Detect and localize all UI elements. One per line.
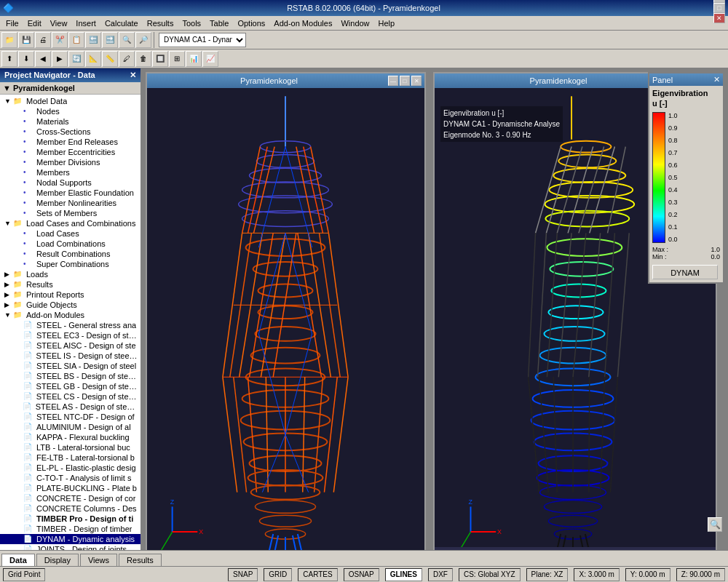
tree-item-10[interactable]: •Member Nonlinearities [0,198,141,208]
tree-item-30[interactable]: 📄STEEL AS - Design of steel m [0,402,141,412]
tree-item-6[interactable]: •Member Divisions [0,157,141,167]
toolbar2-btn-1[interactable]: ⬇ [18,51,34,67]
tree-item-20[interactable]: ▶📁Guide Objects [0,300,141,310]
tree-item-16[interactable]: •Super Combinations [0,259,141,269]
tree-item-25[interactable]: 📄STEEL IS - Design of steel m [0,351,141,361]
tree-item-31[interactable]: 📄STEEL NTC-DF - Design of [0,412,141,422]
view1-close[interactable]: ✕ [411,76,422,86]
tree-item-36[interactable]: 📄EL-PL - Elastic-plastic desig [0,463,141,473]
tree-item-19[interactable]: ▶📁Printout Reports [0,290,141,300]
navigator-close-icon[interactable]: ✕ [130,71,136,80]
tree-item-42[interactable]: 📄TIMBER - Design of timber [0,524,141,534]
toolbar-btn-5[interactable]: 🔙 [85,32,101,48]
status-dxf[interactable]: DXF [428,568,453,581]
status-cartes[interactable]: CARTES [298,568,337,581]
tree-item-11[interactable]: •Sets of Members [0,208,141,218]
menu-item-file[interactable]: File [1,17,23,29]
tree-item-41[interactable]: 📄TIMBER Pro - Design of ti [0,514,141,524]
menu-item-results[interactable]: Results [143,17,178,29]
zoom-icon[interactable]: 🔍 [708,517,722,532]
tree-item-13[interactable]: •Load Cases [0,228,141,239]
menu-item-calculate[interactable]: Calculate [100,17,143,29]
tree-item-35[interactable]: 📄FE-LTB - Lateral-torsional b [0,453,141,463]
close-button[interactable]: ✕ [713,13,725,23]
status-snap[interactable]: SNAP [228,568,258,581]
tree-item-37[interactable]: 📄C-TO-T - Analysis of limit s [0,473,141,483]
tree-item-26[interactable]: 📄STEEL SIA - Design of steel [0,361,141,371]
toolbar-btn-1[interactable]: 💾 [18,32,34,48]
navigator-root[interactable]: ▼ Pyramidenkogel [0,82,141,95]
tree-item-12[interactable]: ▼📁Load Cases and Combinations [0,218,141,228]
tree-item-9[interactable]: •Member Elastic Foundation [0,188,141,198]
menu-item-options[interactable]: Options [233,17,269,29]
toolbar2-btn-9[interactable]: 🔲 [152,51,168,67]
toolbar2-btn-3[interactable]: ▶ [52,51,68,67]
view1-maximize[interactable]: □ [400,76,410,86]
toolbar-btn-3[interactable]: ✂️ [52,32,68,48]
menu-item-addonmodules[interactable]: Add-on Modules [269,17,336,29]
tree-item-18[interactable]: ▶📁Results [0,279,141,290]
toolbar2-btn-12[interactable]: 📈 [202,51,218,67]
tree-item-15[interactable]: •Result Combinations [0,249,141,259]
menu-item-edit[interactable]: Edit [23,17,46,29]
tree-item-27[interactable]: 📄STEEL BS - Design of steel r [0,371,141,381]
status-osnap[interactable]: OSNAP [344,568,379,581]
toolbar2-btn-0[interactable]: ⬆ [1,51,17,67]
tree-item-21[interactable]: ▼📁Add-on Modules [0,310,141,320]
toolbar2-btn-8[interactable]: 🗑 [135,51,151,67]
tree-item-34[interactable]: 📄LTB - Lateral-torsional buc [0,442,141,453]
view1-minimize[interactable]: — [388,76,398,86]
toolbar-btn-4[interactable]: 📋 [68,32,84,48]
tree-item-23[interactable]: 📄STEEL EC3 - Design of steel [0,330,141,340]
tree-item-8[interactable]: •Nodal Supports [0,178,141,188]
toolbar2-btn-10[interactable]: ⊞ [169,51,185,67]
load-case-dropdown[interactable]: DYNAM CA1 - Dynami... [159,33,246,47]
panel-close-icon[interactable]: ✕ [713,75,720,84]
tree-item-28[interactable]: 📄STEEL GB - Design of steel r [0,381,141,391]
toolbar-btn-6[interactable]: 🔜 [102,32,118,48]
tree-item-1[interactable]: •Nodes [0,106,141,116]
tree-item-14[interactable]: •Load Combinations [0,239,141,249]
menu-item-window[interactable]: Window [336,17,373,29]
tree-item-29[interactable]: 📄STEEL CS - Design of steel r [0,391,141,402]
toolbar2-btn-6[interactable]: 📏 [102,51,118,67]
menu-item-table[interactable]: Table [205,17,233,29]
bottom-tab-views[interactable]: Views [80,554,117,566]
menu-item-tools[interactable]: Tools [178,17,205,29]
tree-item-40[interactable]: 📄CONCRETE Columns - Des [0,503,141,514]
tree-item-39[interactable]: 📄CONCRETE - Design of cor [0,493,141,503]
tree-item-38[interactable]: 📄PLATE-BUCKLING - Plate b [0,483,141,493]
toolbar2-btn-7[interactable]: 🖊 [119,51,135,67]
bottom-tab-results[interactable]: Results [119,554,162,566]
tree-item-7[interactable]: •Members [0,167,141,178]
tree-item-22[interactable]: 📄STEEL - General stress ana [0,320,141,330]
status-grid[interactable]: GRID [264,568,292,581]
toolbar-btn-2[interactable]: 🖨 [35,32,51,48]
menu-item-insert[interactable]: Insert [71,17,100,29]
toolbar-btn-8[interactable]: 🔎 [135,32,151,48]
maximize-button[interactable]: □ [713,3,725,13]
tree-item-17[interactable]: ▶📁Loads [0,269,141,279]
tree-item-44[interactable]: 📄JOINTS - Design of joints [0,544,141,550]
tree-item-32[interactable]: 📄ALUMINIUM - Design of al [0,422,141,432]
tree-item-5[interactable]: •Member Eccentricities [0,147,141,157]
tree-item-3[interactable]: •Cross-Sections [0,127,141,137]
menu-item-help[interactable]: Help [374,17,400,29]
tree-item-33[interactable]: 📄KAPPA - Flexural buckling [0,432,141,442]
toolbar-btn-7[interactable]: 🔍 [119,32,135,48]
tree-item-2[interactable]: •Materials [0,116,141,127]
bottom-tab-data[interactable]: Data [1,554,35,566]
tree-item-43[interactable]: 📄DYNAM - Dynamic analysis [0,534,141,544]
bottom-tab-display[interactable]: Display [36,554,79,566]
menu-item-view[interactable]: View [46,17,72,29]
status-glines[interactable]: GLINES [385,568,422,581]
toolbar2-btn-4[interactable]: 🔄 [68,51,84,67]
toolbar2-btn-11[interactable]: 📊 [186,51,202,67]
dynam-button[interactable]: DYNAM [652,265,718,279]
toolbar2-btn-2[interactable]: ◀ [35,51,51,67]
tree-item-4[interactable]: •Member End Releases [0,137,141,147]
tree-item-24[interactable]: 📄STEEL AISC - Design of ste [0,340,141,351]
toolbar-btn-0[interactable]: 📁 [1,32,17,48]
toolbar2-btn-5[interactable]: 📐 [85,51,101,67]
tree-item-0[interactable]: ▼📁Model Data [0,96,141,106]
